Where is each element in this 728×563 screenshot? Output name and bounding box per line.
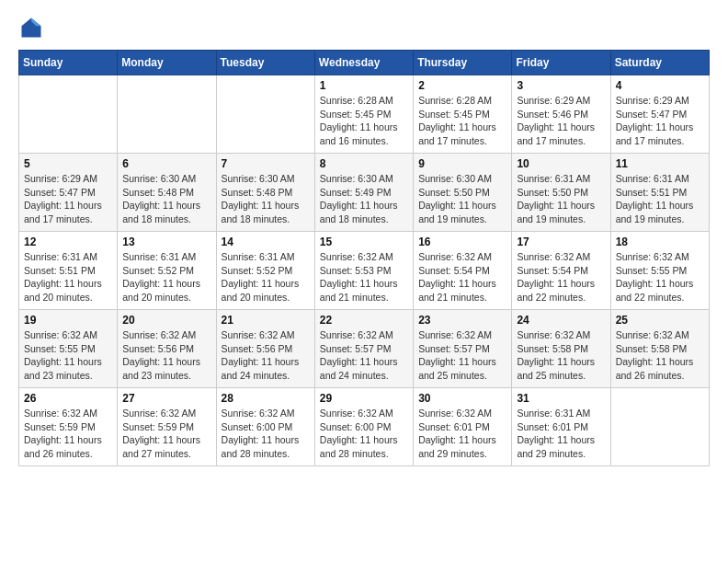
day-number: 28 — [222, 392, 310, 405]
day-info: Sunrise: 6:32 AM Sunset: 6:01 PM Dayligh… — [418, 407, 506, 461]
day-info: Sunrise: 6:32 AM Sunset: 5:59 PM Dayligh… — [24, 407, 112, 461]
day-info: Sunrise: 6:32 AM Sunset: 5:55 PM Dayligh… — [616, 250, 704, 304]
weekday-header-wednesday: Wednesday — [314, 51, 413, 75]
calendar-week-3: 12Sunrise: 6:31 AM Sunset: 5:51 PM Dayli… — [19, 232, 710, 310]
calendar-cell: 10Sunrise: 6:31 AM Sunset: 5:50 PM Dayli… — [512, 154, 610, 232]
day-number: 19 — [24, 314, 112, 327]
weekday-header-friday: Friday — [512, 51, 610, 75]
day-number: 13 — [122, 236, 210, 248]
day-info: Sunrise: 6:30 AM Sunset: 5:49 PM Dayligh… — [320, 172, 408, 226]
day-info: Sunrise: 6:32 AM Sunset: 5:58 PM Dayligh… — [616, 328, 704, 383]
day-info: Sunrise: 6:32 AM Sunset: 5:59 PM Dayligh… — [122, 407, 210, 461]
day-info: Sunrise: 6:32 AM Sunset: 5:53 PM Dayligh… — [320, 250, 408, 304]
weekday-header-thursday: Thursday — [414, 51, 512, 75]
day-info: Sunrise: 6:28 AM Sunset: 5:45 PM Dayligh… — [320, 94, 408, 148]
calendar-cell: 3Sunrise: 6:29 AM Sunset: 5:46 PM Daylig… — [512, 75, 610, 154]
day-info: Sunrise: 6:30 AM Sunset: 5:48 PM Dayligh… — [122, 172, 210, 226]
day-info: Sunrise: 6:31 AM Sunset: 6:01 PM Dayligh… — [517, 407, 605, 461]
calendar-cell — [19, 75, 118, 154]
day-number: 25 — [616, 314, 704, 327]
day-number: 2 — [418, 79, 506, 92]
day-number: 21 — [222, 314, 310, 327]
day-info: Sunrise: 6:32 AM Sunset: 5:54 PM Dayligh… — [517, 250, 605, 304]
calendar-cell: 29Sunrise: 6:32 AM Sunset: 6:00 PM Dayli… — [314, 388, 413, 466]
calendar-cell: 21Sunrise: 6:32 AM Sunset: 5:56 PM Dayli… — [216, 310, 314, 388]
calendar-cell: 9Sunrise: 6:30 AM Sunset: 5:50 PM Daylig… — [414, 154, 512, 232]
day-number: 3 — [517, 79, 605, 92]
calendar-week-2: 5Sunrise: 6:29 AM Sunset: 5:47 PM Daylig… — [19, 154, 710, 232]
day-info: Sunrise: 6:29 AM Sunset: 5:46 PM Dayligh… — [517, 94, 605, 148]
calendar-cell: 19Sunrise: 6:32 AM Sunset: 5:55 PM Dayli… — [19, 310, 118, 388]
calendar-cell — [118, 75, 216, 154]
calendar-cell: 2Sunrise: 6:28 AM Sunset: 5:45 PM Daylig… — [414, 75, 512, 154]
calendar-cell: 4Sunrise: 6:29 AM Sunset: 5:47 PM Daylig… — [610, 75, 709, 154]
calendar-cell: 22Sunrise: 6:32 AM Sunset: 5:57 PM Dayli… — [314, 310, 413, 388]
day-info: Sunrise: 6:32 AM Sunset: 5:54 PM Dayligh… — [418, 250, 506, 304]
weekday-header-sunday: Sunday — [19, 51, 118, 75]
day-number: 31 — [517, 392, 605, 405]
calendar-cell: 24Sunrise: 6:32 AM Sunset: 5:58 PM Dayli… — [512, 310, 610, 388]
page-header — [18, 15, 710, 40]
day-number: 16 — [418, 236, 506, 248]
day-number: 22 — [320, 314, 408, 327]
calendar-cell: 16Sunrise: 6:32 AM Sunset: 5:54 PM Dayli… — [414, 232, 512, 310]
day-info: Sunrise: 6:32 AM Sunset: 5:56 PM Dayligh… — [122, 328, 210, 383]
calendar-cell: 5Sunrise: 6:29 AM Sunset: 5:47 PM Daylig… — [19, 154, 118, 232]
day-info: Sunrise: 6:29 AM Sunset: 5:47 PM Dayligh… — [616, 94, 704, 148]
day-number: 29 — [320, 392, 408, 405]
logo — [18, 15, 48, 40]
calendar-cell: 30Sunrise: 6:32 AM Sunset: 6:01 PM Dayli… — [414, 388, 512, 466]
day-number: 10 — [517, 157, 605, 170]
day-number: 18 — [616, 236, 704, 248]
day-info: Sunrise: 6:31 AM Sunset: 5:50 PM Dayligh… — [517, 172, 605, 226]
calendar-cell: 27Sunrise: 6:32 AM Sunset: 5:59 PM Dayli… — [118, 388, 216, 466]
day-info: Sunrise: 6:32 AM Sunset: 5:57 PM Dayligh… — [418, 328, 506, 383]
day-info: Sunrise: 6:30 AM Sunset: 5:48 PM Dayligh… — [222, 172, 310, 226]
day-info: Sunrise: 6:32 AM Sunset: 6:00 PM Dayligh… — [222, 407, 310, 461]
day-number: 26 — [24, 392, 112, 405]
calendar-cell: 25Sunrise: 6:32 AM Sunset: 5:58 PM Dayli… — [610, 310, 709, 388]
day-info: Sunrise: 6:32 AM Sunset: 5:56 PM Dayligh… — [222, 328, 310, 383]
day-number: 1 — [320, 79, 408, 92]
calendar-cell: 11Sunrise: 6:31 AM Sunset: 5:51 PM Dayli… — [610, 154, 709, 232]
day-info: Sunrise: 6:28 AM Sunset: 5:45 PM Dayligh… — [418, 94, 506, 148]
calendar-week-5: 26Sunrise: 6:32 AM Sunset: 5:59 PM Dayli… — [19, 388, 710, 466]
weekday-header-saturday: Saturday — [610, 51, 709, 75]
calendar-cell: 18Sunrise: 6:32 AM Sunset: 5:55 PM Dayli… — [610, 232, 709, 310]
calendar-cell: 7Sunrise: 6:30 AM Sunset: 5:48 PM Daylig… — [216, 154, 314, 232]
day-number: 17 — [517, 236, 605, 248]
day-number: 12 — [24, 236, 112, 248]
day-info: Sunrise: 6:31 AM Sunset: 5:52 PM Dayligh… — [222, 250, 310, 304]
calendar-cell: 8Sunrise: 6:30 AM Sunset: 5:49 PM Daylig… — [314, 154, 413, 232]
day-info: Sunrise: 6:32 AM Sunset: 5:58 PM Dayligh… — [517, 328, 605, 383]
day-number: 5 — [24, 157, 112, 170]
day-number: 8 — [320, 157, 408, 170]
calendar-cell: 6Sunrise: 6:30 AM Sunset: 5:48 PM Daylig… — [118, 154, 216, 232]
weekday-header-row: SundayMondayTuesdayWednesdayThursdayFrid… — [19, 51, 710, 75]
day-number: 24 — [517, 314, 605, 327]
calendar-cell: 1Sunrise: 6:28 AM Sunset: 5:45 PM Daylig… — [314, 75, 413, 154]
day-info: Sunrise: 6:31 AM Sunset: 5:51 PM Dayligh… — [616, 172, 704, 226]
day-info: Sunrise: 6:31 AM Sunset: 5:52 PM Dayligh… — [122, 250, 210, 304]
weekday-header-tuesday: Tuesday — [216, 51, 314, 75]
calendar-body: 1Sunrise: 6:28 AM Sunset: 5:45 PM Daylig… — [19, 75, 710, 466]
calendar-cell: 14Sunrise: 6:31 AM Sunset: 5:52 PM Dayli… — [216, 232, 314, 310]
calendar-cell: 20Sunrise: 6:32 AM Sunset: 5:56 PM Dayli… — [118, 310, 216, 388]
calendar-cell: 12Sunrise: 6:31 AM Sunset: 5:51 PM Dayli… — [19, 232, 118, 310]
weekday-header-monday: Monday — [118, 51, 216, 75]
day-number: 7 — [222, 157, 310, 170]
calendar-table: SundayMondayTuesdayWednesdayThursdayFrid… — [18, 50, 710, 466]
calendar-cell — [610, 388, 709, 466]
day-number: 11 — [616, 157, 704, 170]
day-number: 4 — [616, 79, 704, 92]
day-info: Sunrise: 6:31 AM Sunset: 5:51 PM Dayligh… — [24, 250, 112, 304]
day-info: Sunrise: 6:32 AM Sunset: 6:00 PM Dayligh… — [320, 407, 408, 461]
day-number: 6 — [122, 157, 210, 170]
day-number: 15 — [320, 236, 408, 248]
day-info: Sunrise: 6:29 AM Sunset: 5:47 PM Dayligh… — [24, 172, 112, 226]
calendar-week-1: 1Sunrise: 6:28 AM Sunset: 5:45 PM Daylig… — [19, 75, 710, 154]
calendar-cell: 17Sunrise: 6:32 AM Sunset: 5:54 PM Dayli… — [512, 232, 610, 310]
logo-icon — [18, 15, 44, 40]
calendar-cell — [216, 75, 314, 154]
calendar-cell: 15Sunrise: 6:32 AM Sunset: 5:53 PM Dayli… — [314, 232, 413, 310]
